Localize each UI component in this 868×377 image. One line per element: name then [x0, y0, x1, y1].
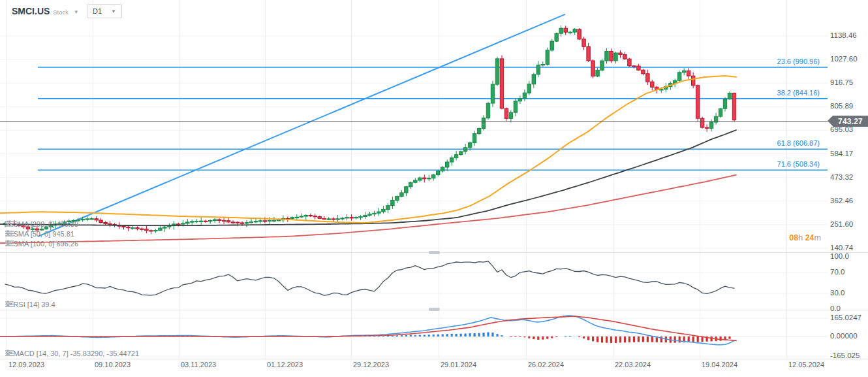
candlesticks: [3, 25, 736, 235]
fib-level-label[interactable]: 38.2 (844.16): [777, 89, 820, 97]
chart-window: SMCI.USStock▼ D1 ▼ ✕ SMA [200, 0] 485.39…: [0, 0, 868, 377]
macd-plot: [0, 316, 736, 345]
indicator-settings-icon[interactable]: [5, 301, 14, 308]
price-axis-label: 695.03: [830, 125, 853, 133]
symbol-name: SMCI.US: [12, 6, 50, 16]
legend-sma-100: ✕ SMA [100, 0] 696.26: [5, 240, 78, 248]
chevron-down-icon: ▼: [111, 8, 116, 14]
rsi-plot: [5, 261, 734, 295]
macd-panel-resize-handle[interactable]: [429, 308, 440, 311]
rsi-axis-label: 0.0: [830, 304, 841, 312]
chart-canvas: [0, 0, 868, 377]
fibonacci-lines: [38, 67, 828, 170]
price-axis-label: 251.60: [830, 220, 853, 228]
fib-level-label[interactable]: 23.6 (990.96): [777, 57, 820, 65]
date-axis-label: 12.09.2023: [8, 361, 44, 369]
indicator-settings-icon[interactable]: [5, 240, 14, 247]
legend-sma-50: ✕ SMA [50, 0] 945.81: [5, 230, 74, 238]
legend-label: MACD [14, 30, 7] -35.83290, -35.44721: [13, 350, 139, 357]
rsi-axis-label: 30.0: [830, 289, 845, 297]
date-axis-label: 01.12.2023: [267, 361, 303, 369]
rsi-panel-resize-handle[interactable]: [429, 251, 440, 254]
price-axis-label: 805.89: [830, 102, 853, 110]
indicator-settings-icon[interactable]: [5, 230, 14, 237]
legend-label: SMA [200, 0] 485.39: [13, 220, 78, 228]
countdown-minutes: 24: [805, 233, 814, 242]
countdown-hours: 08: [789, 233, 798, 242]
legend-label: RSI [14] 39.4: [13, 301, 55, 308]
date-axis-label: 09.10.2023: [95, 361, 131, 369]
symbol-selector[interactable]: SMCI.USStock▼: [12, 6, 79, 16]
price-axis-label: 916.75: [830, 78, 853, 86]
date-axis-label: 03.11.2023: [181, 361, 216, 369]
legend-sma-200: ✕ SMA [200, 0] 485.39: [5, 220, 78, 228]
countdown-minutes-unit: m: [814, 233, 821, 242]
trendline: [38, 14, 565, 237]
legend-label: SMA [50, 0] 945.81: [13, 230, 74, 238]
date-axis-label: 26.02.2024: [528, 361, 564, 369]
legend-macd: ✕ MACD [14, 30, 7] -35.83290, -35.44721: [5, 350, 139, 357]
price-axis-label: 362.46: [830, 197, 853, 205]
macd-axis-label: 165.0247: [830, 314, 861, 321]
indicator-settings-icon[interactable]: [5, 350, 14, 357]
date-axis-label: 29.01.2024: [441, 361, 476, 369]
price-axis-label: 1027.60: [830, 55, 858, 63]
countdown-hours-unit: h: [798, 233, 803, 242]
sma-lines: [0, 76, 736, 243]
instrument-type-label: Stock: [53, 9, 69, 16]
macd-axis-label: -165.025: [830, 352, 860, 359]
legend-label: SMA [100, 0] 696.26: [13, 240, 78, 248]
price-axis-label: 140.74: [830, 244, 853, 252]
rsi-axis-label: 100.0: [830, 252, 849, 260]
price-axis-label: 584.17: [830, 150, 853, 157]
gridlines: [0, 0, 868, 359]
timeframe-value: D1: [93, 7, 102, 15]
chevron-down-icon: ▼: [74, 9, 79, 15]
date-axis-label: 29.12.2023: [353, 361, 389, 369]
date-axis-label: 19.04.2024: [702, 361, 737, 369]
candle-countdown: 08h 24m: [789, 233, 821, 242]
rsi-axis-label: 70.0: [830, 268, 845, 276]
indicator-settings-icon[interactable]: [5, 220, 14, 227]
fib-level-label[interactable]: 61.8 (606.87): [777, 139, 820, 147]
timeframe-dropdown[interactable]: D1 ▼: [87, 4, 122, 18]
price-axis-label: 473.32: [830, 173, 853, 181]
macd-axis-label: 0.00000: [830, 332, 858, 340]
date-axis-label: 12.05.2024: [788, 361, 824, 369]
current-price-value: 743.27: [838, 117, 863, 126]
legend-rsi: ✕ RSI [14] 39.4: [5, 301, 55, 308]
date-axis-label: 22.03.2024: [615, 361, 651, 369]
price-axis-label: 1138.46: [830, 31, 857, 39]
fib-level-label[interactable]: 71.6 (508.34): [777, 160, 820, 168]
